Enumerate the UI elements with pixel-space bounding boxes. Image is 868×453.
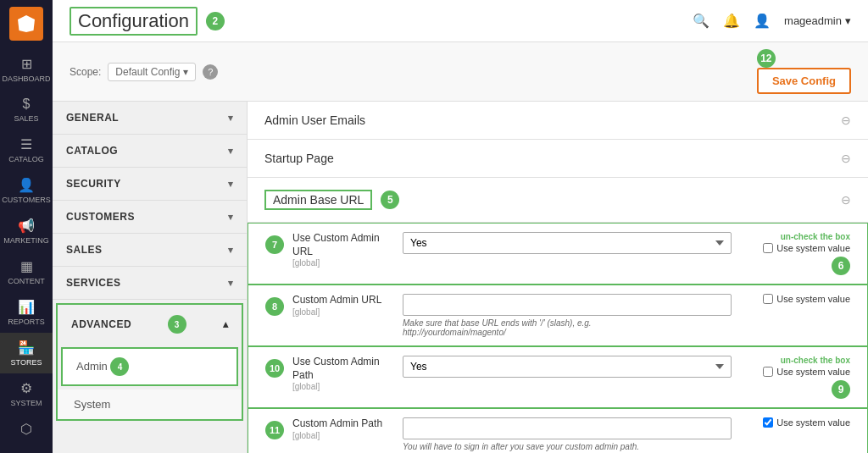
custom-admin-url-input[interactable] xyxy=(403,294,732,316)
catalog-arrow-icon: ▾ xyxy=(228,146,234,157)
nav-admin-item[interactable]: Admin 4 xyxy=(61,347,238,386)
content-area: GENERAL ▾ CATALOG ▾ SECURITY ▾ CUSTOMERS xyxy=(53,102,868,453)
topbar: Configuration 2 🔍 🔔 👤 mageadmin ▾ xyxy=(53,0,868,42)
search-icon[interactable]: 🔍 xyxy=(693,13,709,29)
content-icon: ▦ xyxy=(20,258,33,274)
badge-11: 11 xyxy=(265,421,284,439)
sales-icon: $ xyxy=(23,97,31,112)
custom-admin-url-row: 8 Custom Admin URL [global] Make sure th… xyxy=(248,285,868,346)
use-system-value-9[interactable]: Use system value xyxy=(763,367,850,377)
scope-selector[interactable]: Default Config ▾ xyxy=(108,63,196,81)
advanced-arrow-icon: ▴ xyxy=(223,318,229,330)
custom-admin-url-sublabel: [global] xyxy=(292,307,394,317)
sidebar-item-system[interactable]: ⚙ SYSTEM xyxy=(0,373,53,414)
right-panel: Admin User Emails ⊖ Startup Page ⊖ Admin… xyxy=(248,102,868,453)
sidebar-item-customers[interactable]: 👤 CUSTOMERS xyxy=(0,170,53,211)
nav-section-advanced: ADVANCED 3 ▴ Admin 4 System xyxy=(56,303,243,421)
user-icon: 👤 xyxy=(754,13,771,29)
dashboard-icon: ⊞ xyxy=(21,56,32,72)
custom-admin-path-hint: You will have to sign in after you save … xyxy=(403,442,732,451)
use-custom-admin-path-label: Use Custom Admin Path xyxy=(292,356,394,382)
uncheck-label-6: un-check the box xyxy=(781,232,850,241)
custom-admin-url-label: Custom Admin URL xyxy=(292,294,394,307)
sidebar-item-dashboard[interactable]: ⊞ DASHBOARD xyxy=(0,49,53,90)
sidebar-item-stores[interactable]: 🏪 STORES xyxy=(0,333,53,373)
use-system-value-11[interactable]: Use system value xyxy=(763,417,850,428)
use-system-value-8[interactable]: Use system value xyxy=(763,294,850,304)
badge-5: 5 xyxy=(381,191,399,209)
scope-label: Scope: xyxy=(70,66,101,78)
user-menu[interactable]: mageadmin ▾ xyxy=(784,14,851,27)
admin-user-emails-section[interactable]: Admin User Emails ⊖ xyxy=(248,102,868,140)
general-arrow-icon: ▾ xyxy=(228,113,234,124)
badge-6: 6 xyxy=(832,257,850,275)
use-system-value-checkbox-9[interactable] xyxy=(763,367,773,377)
use-custom-admin-path-select[interactable]: Yes No xyxy=(403,356,732,378)
nav-security-header[interactable]: SECURITY ▾ xyxy=(53,168,247,200)
notification-icon[interactable]: 🔔 xyxy=(723,13,740,29)
catalog-icon: ☰ xyxy=(20,136,32,152)
sidebar-item-sales[interactable]: $ SALES xyxy=(0,90,53,130)
sidebar-item-content[interactable]: ▦ CONTENT xyxy=(0,251,53,292)
admin-base-url-title: Admin Base URL xyxy=(264,190,372,210)
nav-section-sales: SALES ▾ xyxy=(53,234,247,267)
scope-bar: Scope: Default Config ▾ ? 12 Save Config xyxy=(53,42,868,102)
use-system-value-checkbox-11[interactable] xyxy=(763,417,773,428)
services-arrow-icon: ▾ xyxy=(228,278,234,289)
collapse-icon-baseurl: ⊖ xyxy=(841,193,851,207)
use-system-value-checkbox-8[interactable] xyxy=(763,294,773,304)
sidebar-item-reports[interactable]: 📊 REPORTS xyxy=(0,292,53,333)
custom-admin-path-row: 11 Custom Admin Path [global] You will h… xyxy=(248,408,868,453)
nav-advanced-header[interactable]: ADVANCED 3 ▴ xyxy=(58,305,242,344)
badge-12: 12 xyxy=(757,49,776,68)
nav-services-header[interactable]: SERVICES ▾ xyxy=(53,267,247,299)
custom-admin-path-input[interactable] xyxy=(403,417,732,439)
chevron-down-icon: ▾ xyxy=(845,14,851,27)
use-custom-admin-path-sublabel: [global] xyxy=(292,382,394,391)
startup-page-section[interactable]: Startup Page ⊖ xyxy=(248,140,868,178)
sidebar-item-catalog[interactable]: ☰ CATALOG xyxy=(0,130,53,170)
customers-arrow-icon: ▾ xyxy=(228,212,234,223)
badge-2: 2 xyxy=(206,12,225,30)
admin-base-url-section: Admin Base URL 5 ⊖ xyxy=(248,178,868,223)
admin-badge: 4 xyxy=(110,357,129,376)
badge-8: 8 xyxy=(265,297,284,316)
use-custom-admin-url-select[interactable]: Yes No xyxy=(403,232,732,254)
security-arrow-icon: ▾ xyxy=(228,179,234,190)
nav-catalog-header[interactable]: CATALOG ▾ xyxy=(53,135,247,167)
nav-section-catalog: CATALOG ▾ xyxy=(53,135,247,168)
badge-9: 9 xyxy=(832,380,850,399)
advanced-badge: 3 xyxy=(168,315,186,334)
nav-sales-header[interactable]: SALES ▾ xyxy=(53,234,247,266)
use-custom-admin-url-label: Use Custom Admin URL xyxy=(292,232,394,258)
collapse-icon-emails: ⊖ xyxy=(841,113,851,127)
marketing-icon: 📢 xyxy=(18,218,35,234)
custom-admin-path-label: Custom Admin Path xyxy=(292,417,394,431)
save-config-button[interactable]: Save Config xyxy=(757,68,851,94)
admin-base-url-title-wrap: Admin Base URL 5 xyxy=(264,190,399,210)
uncheck-label-9: un-check the box xyxy=(781,356,850,365)
nav-customers-header[interactable]: CUSTOMERS ▾ xyxy=(53,201,247,233)
system-icon: ⚙ xyxy=(20,380,32,396)
use-system-value-6[interactable]: Use system value xyxy=(763,243,850,253)
scope-left: Scope: Default Config ▾ ? xyxy=(70,63,218,81)
badge-10: 10 xyxy=(265,359,284,378)
sidebar-item-more[interactable]: ⬡ xyxy=(0,414,53,444)
main-area: Configuration 2 🔍 🔔 👤 mageadmin ▾ Scope:… xyxy=(53,0,868,453)
nav-general-header[interactable]: GENERAL ▾ xyxy=(53,102,247,134)
help-icon[interactable]: ? xyxy=(203,64,218,80)
custom-admin-url-hint: Make sure that base URL ends with '/' (s… xyxy=(403,318,732,337)
logo[interactable] xyxy=(9,7,43,41)
nav-section-customers: CUSTOMERS ▾ xyxy=(53,201,247,234)
nav-system-item[interactable]: System xyxy=(58,389,242,419)
nav-section-general: GENERAL ▾ xyxy=(53,102,247,135)
nav-section-services: SERVICES ▾ xyxy=(53,267,247,300)
use-system-value-checkbox-6[interactable] xyxy=(763,243,773,253)
page-title: Configuration 2 xyxy=(70,7,225,36)
use-custom-admin-url-row: 7 Use Custom Admin URL [global] Yes No u… xyxy=(248,223,868,285)
topbar-right: 🔍 🔔 👤 mageadmin ▾ xyxy=(693,13,851,29)
sidebar-item-marketing[interactable]: 📢 MARKETING xyxy=(0,211,53,251)
use-custom-admin-url-sublabel: [global] xyxy=(292,258,394,268)
custom-admin-path-sublabel: [global] xyxy=(292,431,394,440)
sales-arrow-icon: ▾ xyxy=(228,245,234,256)
